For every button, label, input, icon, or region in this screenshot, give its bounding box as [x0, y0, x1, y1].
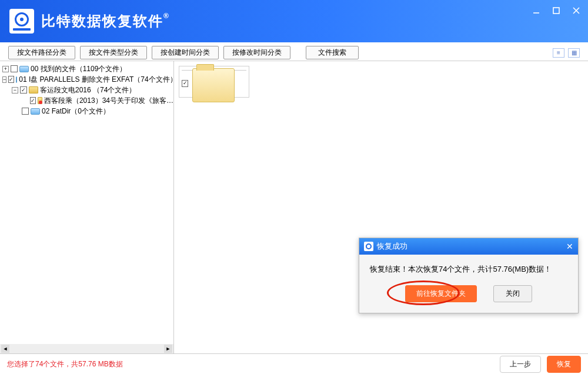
tree-node[interactable]: 西客段乘（2013）34号关于印发《旅客…	[44, 96, 173, 106]
dialog-logo-icon	[364, 242, 373, 251]
folder-icon	[192, 68, 235, 102]
dialog-message: 恢复结束！本次恢复74个文件，共计57.76(MB)数据！	[370, 264, 567, 275]
expand-toggle[interactable]: −	[2, 76, 6, 83]
folder-item[interactable]: ✓客运段文电2016...	[179, 66, 249, 98]
expand-toggle[interactable]: +	[2, 66, 9, 72]
drive-icon	[31, 108, 40, 115]
tree-node[interactable]: 02 FatDir（0个文件）	[42, 106, 110, 116]
status-text: 您选择了74个文件，共57.76 MB数据	[7, 359, 123, 369]
view-list-icon[interactable]: ≡	[553, 48, 564, 58]
view-grid-icon[interactable]: ▦	[568, 48, 580, 58]
dialog-title-text: 恢复成功	[377, 241, 407, 252]
tree-node[interactable]: 01 I盘 PARALLELS 删除文件 EXFAT（74个文件）	[19, 75, 174, 85]
dialog-close-button[interactable]: ✕	[566, 242, 573, 251]
folder-icon	[29, 86, 38, 94]
tree-node[interactable]: 客运段文电2016 （74个文件）	[40, 85, 136, 95]
close-button[interactable]	[570, 5, 582, 16]
app-logo	[9, 9, 34, 34]
drive-icon	[19, 66, 29, 72]
tab-bar: 按文件路径分类 按文件类型分类 按创建时间分类 按修改时间分类 文件搜索 ≡ ▦	[0, 42, 588, 61]
app-title: 比特数据恢复软件®	[41, 12, 170, 31]
drive-icon	[16, 76, 17, 83]
checkbox[interactable]: ✓	[8, 76, 14, 83]
tab-by-path[interactable]: 按文件路径分类	[8, 46, 75, 59]
success-dialog: 恢复成功 ✕ 恢复结束！本次恢复74个文件，共计57.76(MB)数据！ 前往恢…	[359, 238, 579, 313]
prev-step-button[interactable]: 上一步	[500, 356, 541, 373]
scroll-right-icon[interactable]: ►	[164, 345, 172, 353]
minimize-button[interactable]	[530, 5, 542, 16]
scroll-left-icon[interactable]: ◄	[1, 345, 9, 353]
dialog-close-button-secondary[interactable]: 关闭	[493, 285, 532, 302]
file-panel: ✓客运段文电2016... 恢复成功 ✕ 恢复结束！本次恢复74个文件，共计57…	[174, 61, 588, 353]
tab-file-search[interactable]: 文件搜索	[306, 46, 359, 59]
maximize-button[interactable]	[550, 5, 562, 16]
footer: 您选择了74个文件，共57.76 MB数据 上一步 恢复	[0, 354, 588, 374]
checkbox[interactable]: ✓	[30, 97, 36, 104]
checkbox[interactable]	[22, 108, 29, 115]
svg-rect-1	[553, 8, 559, 14]
title-bar: 比特数据恢复软件®	[0, 0, 588, 42]
tree-spacer	[25, 98, 28, 104]
tab-by-created[interactable]: 按创建时间分类	[152, 46, 219, 59]
tree-spacer	[12, 108, 20, 115]
tree-panel: +00 找到的文件（1109个文件） −✓01 I盘 PARALLELS 删除文…	[0, 61, 174, 353]
horizontal-scrollbar[interactable]: ◄ ►	[0, 344, 173, 353]
folder-icon	[38, 97, 42, 104]
goto-recover-folder-button[interactable]: 前往恢复文件夹	[405, 285, 477, 302]
tab-by-modified[interactable]: 按修改时间分类	[223, 46, 290, 59]
recover-button[interactable]: 恢复	[547, 356, 581, 373]
tree-node[interactable]: 00 找到的文件（1109个文件）	[31, 64, 126, 74]
dialog-titlebar: 恢复成功 ✕	[359, 238, 578, 255]
checkbox[interactable]: ✓	[20, 86, 27, 94]
tab-by-type[interactable]: 按文件类型分类	[80, 46, 147, 59]
checkbox[interactable]	[11, 65, 18, 72]
expand-toggle[interactable]: −	[12, 87, 18, 94]
